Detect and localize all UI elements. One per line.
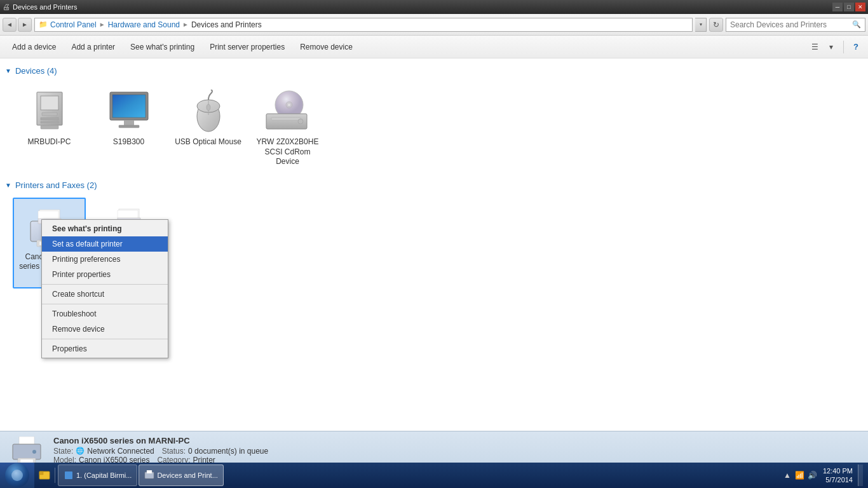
toolbar-right: ☰ ▾ ? — [808, 40, 863, 54]
svg-rect-39 — [20, 459, 33, 463]
ctx-printing-preferences[interactable]: Printing preferences — [42, 252, 168, 267]
device-label-computer: MRBUDI-PC — [28, 137, 71, 147]
tray-icon-network[interactable]: 📶 — [795, 470, 805, 480]
printers-section-header[interactable]: ▼ Printers and Faxes (2) — [0, 178, 868, 193]
see-whats-printing-button[interactable]: See what's printing — [123, 39, 201, 55]
title-bar-buttons: ─ □ ✕ — [832, 3, 865, 11]
add-printer-button[interactable]: Add a printer — [64, 39, 122, 55]
path-arrow-2: ► — [182, 21, 189, 28]
quick-launch-explorer[interactable] — [37, 468, 52, 483]
toolbar: Add a device Add a printer See what's pr… — [0, 36, 868, 58]
ctx-troubleshoot[interactable]: Troubleshoot — [42, 306, 168, 322]
device-label-cdrom: YRW 2Z0X2B0HE SCSI CdRom Device — [254, 137, 321, 167]
tray-icon-arrow[interactable]: ▲ — [782, 470, 792, 480]
devices-grid: MRBUDI-PC — [0, 78, 868, 178]
minimize-button[interactable]: ─ — [832, 3, 843, 11]
ctx-create-shortcut[interactable]: Create shortcut — [42, 287, 168, 302]
svg-rect-5 — [41, 125, 58, 129]
clock-date: 5/7/2014 — [823, 475, 853, 484]
info-state-label: State: — [53, 447, 73, 456]
info-state-row: State: 🌐 Network Connected Status: 0 doc… — [53, 447, 858, 456]
view-dropdown-button[interactable]: ▾ — [824, 40, 838, 54]
device-item-mouse[interactable]: USB Optical Mouse — [172, 83, 245, 173]
search-icon: 🔍 — [852, 20, 861, 29]
path-icon: 📁 — [39, 20, 48, 29]
svg-rect-18 — [271, 118, 301, 120]
refresh-button[interactable]: ↻ — [709, 18, 723, 32]
toolbar-separator — [843, 41, 844, 53]
svg-rect-2 — [42, 112, 57, 116]
clock[interactable]: 12:40 PM 5/7/2014 — [823, 466, 853, 485]
svg-rect-9 — [119, 125, 139, 128]
device-item-computer[interactable]: MRBUDI-PC — [13, 83, 86, 173]
view-button[interactable]: ☰ — [808, 40, 822, 54]
remove-device-button[interactable]: Remove device — [293, 39, 360, 55]
start-button[interactable] — [0, 463, 34, 488]
taskbar-item-2[interactable]: Devices and Print... — [139, 464, 223, 486]
back-button[interactable]: ◄ — [3, 18, 17, 32]
svg-rect-1 — [41, 96, 58, 110]
path-level2: Devices and Printers — [191, 20, 262, 29]
ctx-remove-device[interactable]: Remove device — [42, 322, 168, 337]
title-bar: 🖨 Devices and Printers ─ □ ✕ — [0, 0, 868, 14]
context-menu: See what's printing Set as default print… — [41, 219, 168, 358]
address-path[interactable]: 📁 Control Panel ► Hardware and Sound ► D… — [34, 18, 693, 32]
monitor-icon — [104, 89, 154, 135]
show-desktop-button[interactable] — [858, 464, 863, 486]
nav-buttons: ◄ ► — [3, 18, 32, 32]
close-button[interactable]: ✕ — [855, 3, 865, 11]
taskbar-item-1-label: 1. (Capital Birmi... — [76, 471, 132, 479]
info-state-value: Network Connected — [87, 447, 154, 456]
search-input[interactable] — [730, 20, 852, 29]
device-item-cdrom[interactable]: YRW 2Z0X2B0HE SCSI CdRom Device — [251, 83, 324, 173]
ctx-properties[interactable]: Properties — [42, 341, 168, 356]
computer-icon — [24, 89, 75, 135]
taskbar-item-1[interactable]: 1. (Capital Birmi... — [58, 464, 137, 486]
device-label-monitor: S19B300 — [113, 137, 144, 147]
device-item-monitor[interactable]: S19B300 — [92, 83, 165, 173]
cdrom-icon — [262, 89, 313, 135]
address-bar: ◄ ► 📁 Control Panel ► Hardware and Sound… — [0, 14, 868, 36]
svg-point-40 — [32, 450, 36, 454]
mouse-icon — [183, 89, 234, 135]
taskbar-right: ▲ 📶 🔊 12:40 PM 5/7/2014 — [777, 464, 868, 486]
maximize-button[interactable]: □ — [844, 3, 854, 11]
svg-rect-43 — [65, 471, 72, 479]
tray-icons: ▲ 📶 🔊 — [782, 470, 818, 480]
taskbar: 1. (Capital Birmi... Devices and Print..… — [0, 463, 868, 488]
help-button[interactable]: ? — [849, 40, 863, 54]
svg-rect-4 — [41, 121, 58, 123]
search-box[interactable]: 🔍 — [726, 18, 865, 32]
taskbar-item-2-label: Devices and Print... — [157, 471, 217, 479]
ctx-see-whats-printing[interactable]: See what's printing — [42, 221, 168, 236]
svg-rect-8 — [124, 120, 134, 125]
title-bar-left: 🖨 Devices and Printers — [3, 3, 78, 11]
tray-icon-volume[interactable]: 🔊 — [808, 470, 818, 480]
taskbar-items: 1. (Capital Birmi... Devices and Print..… — [55, 463, 777, 488]
ctx-separator-2 — [42, 304, 168, 304]
network-icon: 🌐 — [76, 447, 85, 456]
path-dropdown[interactable]: ▾ — [695, 18, 707, 32]
device-label-mouse: USB Optical Mouse — [175, 137, 241, 147]
svg-point-16 — [288, 104, 290, 106]
ctx-printer-properties[interactable]: Printer properties — [42, 267, 168, 282]
svg-point-19 — [298, 119, 303, 124]
taskbar-item-2-icon — [144, 470, 154, 480]
devices-section-arrow: ▼ — [5, 67, 11, 74]
ctx-set-default[interactable]: Set as default printer — [42, 236, 168, 252]
printers-section-title: Printers and Faxes (2) — [15, 180, 97, 190]
devices-section-header[interactable]: ▼ Devices (4) — [0, 64, 868, 78]
ctx-separator-3 — [42, 339, 168, 339]
info-details: Canon iX6500 series on MARNI-PC State: 🌐… — [53, 436, 858, 464]
info-printer-name: Canon iX6500 series on MARNI-PC — [53, 436, 858, 445]
print-server-properties-button[interactable]: Print server properties — [203, 39, 292, 55]
svg-rect-3 — [41, 118, 58, 120]
path-root[interactable]: Control Panel — [50, 20, 97, 29]
forward-button[interactable]: ► — [18, 18, 32, 32]
add-device-button[interactable]: Add a device — [5, 39, 63, 55]
path-level1[interactable]: Hardware and Sound — [108, 20, 180, 29]
window-icon: 🖨 — [3, 3, 10, 11]
quick-launch — [34, 468, 55, 483]
svg-rect-45 — [147, 470, 152, 473]
ctx-separator-1 — [42, 284, 168, 285]
